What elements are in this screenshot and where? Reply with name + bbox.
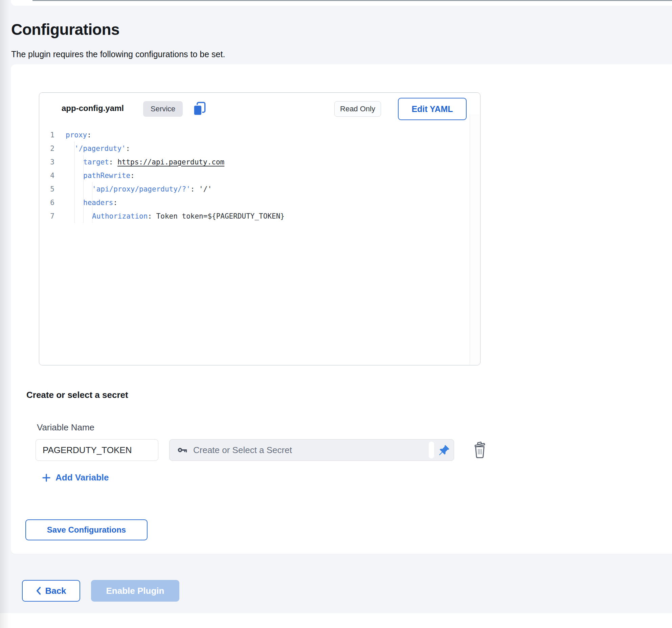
edit-yaml-button[interactable]: Edit YAML [398,98,467,120]
secret-select-placeholder: Create or Select a Secret [193,445,292,455]
add-variable-label: Add Variable [55,472,109,483]
plugin-configuration-page: Configurations The plugin requires the f… [0,0,672,628]
back-button-label: Back [45,586,66,596]
left-edge-shadow [0,0,9,628]
enable-plugin-button[interactable]: Enable Plugin [91,580,179,602]
service-type-badge: Service [143,101,183,117]
pin-icon[interactable] [438,445,450,456]
page-title: Configurations [11,20,119,39]
secret-select-combobox[interactable]: Create or Select a Secret [169,439,454,461]
configurations-card: app-config.yaml Service Read Only Edit Y… [11,64,672,554]
variable-name-input[interactable] [36,439,158,461]
code-line: 5'api/proxy/pagerduty/?': '/' [43,182,467,196]
chevron-left-icon [36,587,41,595]
code-line: 4pathRewrite: [43,169,467,182]
back-button[interactable]: Back [22,580,80,602]
code-line: 3target: https://api.pagerduty.com [43,155,467,169]
add-variable-button[interactable]: Add Variable [42,472,109,483]
plus-icon [42,473,51,482]
save-configurations-button[interactable]: Save Configurations [25,519,148,540]
next-section-remnant [0,613,672,628]
copy-icon[interactable] [192,102,206,116]
yaml-editor-card: app-config.yaml Service Read Only Edit Y… [39,92,480,365]
code-line: 6headers: [43,196,467,209]
delete-variable-trash-icon[interactable] [472,441,487,459]
code-line: 7Authorization: Token token=${PAGERDUTY_… [43,209,467,223]
code-lines: 1proxy:2'/pagerduty':3target: https://ap… [43,122,467,223]
page-subtitle: The plugin requires the following config… [11,49,225,59]
editor-scrollbar[interactable] [470,114,480,365]
top-divider-line [32,0,672,1]
code-line: 2'/pagerduty': [43,142,467,155]
config-filename: app-config.yaml [62,104,124,113]
code-line: 1proxy: [43,128,467,142]
variable-name-label: Variable Name [37,422,94,433]
select-divider [429,442,434,458]
read-only-badge: Read Only [334,101,381,117]
secret-section-heading: Create or select a secret [26,390,128,400]
key-icon [177,445,188,455]
